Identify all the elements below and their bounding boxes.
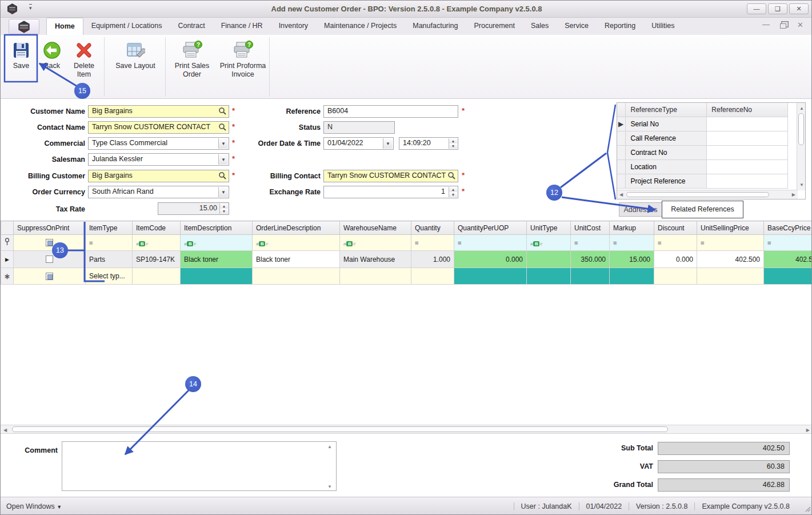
- col-itemtype[interactable]: ItemType: [86, 221, 133, 235]
- new-cell-unitsellingprice[interactable]: [697, 268, 764, 285]
- checkbox[interactable]: [46, 255, 53, 263]
- checkbox[interactable]: [46, 239, 53, 246]
- col-unitcost[interactable]: UnitCost: [571, 221, 610, 235]
- mdi-restore-icon[interactable]: [780, 23, 786, 29]
- tab-home[interactable]: Home: [46, 18, 83, 35]
- ref-row[interactable]: Contract No: [617, 145, 788, 159]
- new-cell-discount[interactable]: [654, 268, 697, 285]
- filter-orderlinedescription[interactable]: aBc: [253, 235, 340, 251]
- ref-row[interactable]: ▶Serial No: [617, 117, 788, 131]
- new-cell-itemcode[interactable]: [133, 268, 181, 285]
- grid-horizontal-scrollbar[interactable]: ◀ ▶: [1, 425, 812, 434]
- application-menu-button[interactable]: [9, 19, 39, 34]
- tab-addresses[interactable]: Addresses: [619, 202, 662, 217]
- cell-itemtype[interactable]: Parts: [86, 251, 133, 268]
- order-line-row[interactable]: ▶ Parts SP109-147K Black toner Black ton…: [1, 251, 812, 268]
- col-markup[interactable]: Markup: [610, 221, 654, 235]
- new-cell-orderlinedescription[interactable]: [253, 268, 340, 285]
- resize-grip-icon[interactable]: [804, 505, 811, 514]
- cell-unitcost[interactable]: 350.000: [571, 251, 610, 268]
- open-windows-button[interactable]: Open Windows ▼: [6, 502, 62, 510]
- window-close-button[interactable]: ✕: [789, 3, 809, 14]
- tab-maintenance-projects[interactable]: Maintenance / Projects: [316, 18, 405, 35]
- filter-unittype[interactable]: aBc: [527, 235, 571, 251]
- new-cell-markup[interactable]: [610, 268, 654, 285]
- chevron-down-icon[interactable]: ▼: [218, 187, 228, 197]
- cell-warehousename[interactable]: Main Warehouse: [340, 251, 411, 268]
- cell-unitsellingprice[interactable]: 402.500: [697, 251, 764, 268]
- cell-quantityperuop[interactable]: 0.000: [454, 251, 527, 268]
- col-baseccyprice[interactable]: BaseCcyPrice: [764, 221, 812, 235]
- tab-finance-hr[interactable]: Finance / HR: [213, 18, 271, 35]
- col-unitsellingprice[interactable]: UnitSellingPrice: [697, 221, 764, 235]
- new-order-line-row[interactable]: ∗ Select typ...: [1, 268, 812, 285]
- filter-suppressonprint[interactable]: [14, 235, 86, 251]
- cell-baseccyprice[interactable]: 402.500: [764, 251, 812, 268]
- cell-suppressonprint[interactable]: [14, 251, 86, 268]
- cell-discount[interactable]: 0.000: [654, 251, 697, 268]
- billing-contact-field[interactable]: Tarryn Snow CUSTOMER CONTACT: [323, 170, 458, 182]
- salesman-dropdown[interactable]: Julanda Kessler ▼: [88, 153, 229, 166]
- window-minimize-button[interactable]: —: [747, 3, 766, 14]
- ref-row[interactable]: Call Reference: [617, 131, 788, 145]
- filter-warehousename[interactable]: aBc: [340, 235, 411, 251]
- magnifier-icon[interactable]: [218, 171, 227, 182]
- col-orderlinedescription[interactable]: OrderLineDescription: [253, 221, 340, 235]
- tab-service[interactable]: Service: [557, 18, 597, 35]
- contact-name-field[interactable]: Tarryn Snow CUSTOMER CONTACT: [88, 121, 229, 134]
- back-button[interactable]: Back: [37, 37, 67, 70]
- col-suppressonprint[interactable]: SuppressOnPrint: [14, 221, 86, 235]
- order-time-spinner[interactable]: 14:09:20 ▲▼: [399, 137, 458, 150]
- reference-field[interactable]: B6004: [323, 105, 458, 118]
- tab-procurement[interactable]: Procurement: [466, 18, 523, 35]
- tab-equipment-locations[interactable]: Equipment / Locations: [83, 18, 170, 35]
- new-cell-warehousename[interactable]: [340, 268, 411, 285]
- tab-reporting[interactable]: Reporting: [597, 18, 643, 35]
- col-warehousename[interactable]: WarehouseName: [340, 221, 411, 235]
- ref-column-referencetype[interactable]: ReferenceType: [626, 103, 707, 117]
- tab-contract[interactable]: Contract: [170, 18, 213, 35]
- filter-itemdescription[interactable]: aBc: [181, 235, 253, 251]
- spinner[interactable]: ▲▼: [449, 187, 457, 197]
- tab-sales[interactable]: Sales: [523, 18, 557, 35]
- cell-itemcode[interactable]: SP109-147K: [133, 251, 181, 268]
- checkbox[interactable]: [46, 273, 53, 280]
- filter-unitcost[interactable]: =: [571, 235, 610, 251]
- tab-utilities[interactable]: Utilities: [643, 18, 682, 35]
- new-cell-quantityperuop[interactable]: [454, 268, 527, 285]
- filter-quantity[interactable]: =: [411, 235, 454, 251]
- col-itemcode[interactable]: ItemCode: [133, 221, 181, 235]
- col-quantityperuop[interactable]: QuantityPerUOP: [454, 221, 527, 235]
- spinner[interactable]: ▲▼: [449, 138, 457, 149]
- scrollbar-thumb[interactable]: [12, 426, 668, 432]
- chevron-down-icon[interactable]: ▼: [383, 138, 393, 149]
- scroll-up-icon[interactable]: ▲: [327, 444, 332, 449]
- filter-markup[interactable]: =: [610, 235, 654, 251]
- col-quantity[interactable]: Quantity: [411, 221, 454, 235]
- order-date-dropdown[interactable]: 01/04/2022 ▼: [323, 137, 394, 150]
- ref-row[interactable]: Location: [617, 159, 788, 174]
- ref-vertical-scrollbar[interactable]: ▲ ▼: [797, 103, 805, 190]
- cell-quantity[interactable]: 1.000: [411, 251, 454, 268]
- new-cell-quantity[interactable]: [411, 268, 454, 285]
- tab-related-references[interactable]: Related References: [662, 201, 743, 218]
- commercial-dropdown[interactable]: Type Class Commercial ▼: [88, 137, 229, 150]
- magnifier-icon[interactable]: [447, 171, 456, 182]
- new-cell-itemdescription[interactable]: [181, 268, 253, 285]
- print-sales-order-button[interactable]: ? Print Sales Order: [167, 37, 217, 79]
- window-maximize-button[interactable]: ❑: [768, 3, 787, 14]
- ref-column-referenceno[interactable]: ReferenceNo: [707, 103, 788, 117]
- mdi-close-icon[interactable]: ✕: [797, 21, 803, 29]
- col-discount[interactable]: Discount: [654, 221, 697, 235]
- chevron-down-icon[interactable]: ▼: [218, 138, 228, 149]
- filter-itemtype[interactable]: =: [86, 235, 133, 251]
- filter-discount[interactable]: =: [654, 235, 697, 251]
- mdi-minimize-icon[interactable]: —: [762, 20, 770, 29]
- billing-customer-field[interactable]: Big Bargains: [88, 170, 229, 182]
- scrollbar-thumb[interactable]: [798, 113, 804, 145]
- filter-unitsellingprice[interactable]: =: [697, 235, 764, 251]
- new-cell-unitcost[interactable]: [571, 268, 610, 285]
- col-itemdescription[interactable]: ItemDescription: [181, 221, 253, 235]
- tab-inventory[interactable]: Inventory: [271, 18, 316, 35]
- new-cell-unittype[interactable]: [527, 268, 571, 285]
